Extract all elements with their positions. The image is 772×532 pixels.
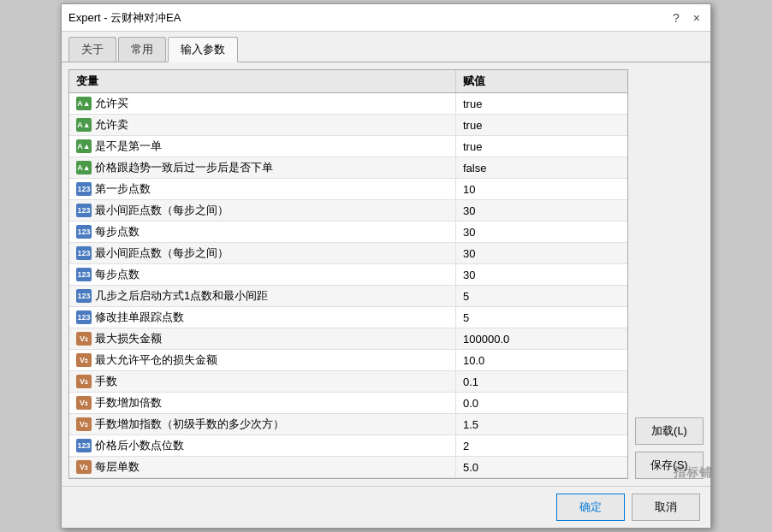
- cell-name: A▲ 是不是第一单: [69, 136, 456, 157]
- cell-value[interactable]: 30: [456, 222, 627, 242]
- table-row[interactable]: V₂ 最大损失金额 100000.0: [69, 328, 627, 350]
- table-row[interactable]: 123 修改挂单跟踪点数 5: [69, 307, 627, 328]
- table-row[interactable]: A▲ 价格跟趋势一致后过一步后是否下单 false: [69, 157, 627, 179]
- table-row[interactable]: V₂ 每层单数 5.0: [69, 457, 627, 478]
- cell-value[interactable]: true: [456, 115, 627, 135]
- num-icon: 123: [76, 225, 92, 239]
- cell-name: V₂ 最大损失金额: [69, 328, 456, 349]
- tab-params[interactable]: 输入参数: [168, 37, 238, 62]
- num-icon: 123: [76, 204, 92, 217]
- cell-value[interactable]: true: [456, 136, 627, 157]
- cell-value[interactable]: false: [456, 157, 627, 178]
- tab-about[interactable]: 关于: [68, 37, 116, 62]
- help-button[interactable]: ?: [669, 12, 683, 24]
- cell-name: A▲ 允许买: [69, 93, 456, 114]
- cell-value[interactable]: 1.5: [456, 414, 627, 434]
- params-table: 变量 赋值 A▲ 允许买 true A▲ 允许卖 true A▲ 是不是第一单 …: [68, 69, 628, 479]
- side-buttons: 加载(L) 保存(S): [635, 69, 704, 479]
- table-body[interactable]: A▲ 允许买 true A▲ 允许卖 true A▲ 是不是第一单 true A…: [69, 93, 627, 478]
- cell-name: 123 每步点数: [69, 222, 456, 242]
- table-row[interactable]: 123 最小间距点数（每步之间） 30: [69, 243, 627, 264]
- num-icon: 123: [76, 246, 92, 260]
- cell-name: 123 最小间距点数（每步之间）: [69, 200, 456, 221]
- cell-value[interactable]: 2: [456, 435, 627, 456]
- num-icon: 123: [76, 310, 92, 324]
- table-row[interactable]: A▲ 允许卖 true: [69, 115, 627, 136]
- window-title: Expert - 云财神对冲EA: [68, 10, 181, 26]
- param-name: 最大损失金额: [95, 331, 162, 346]
- table-row[interactable]: 123 几步之后启动方式1点数和最小间距 5: [69, 286, 627, 307]
- table-row[interactable]: V₂ 手数增加指数（初级手数的多少次方） 1.5: [69, 414, 627, 435]
- cell-value[interactable]: 0.0: [456, 393, 627, 413]
- cell-name: V₂ 最大允许平仓的损失金额: [69, 350, 456, 370]
- val-icon: V₂: [76, 396, 92, 410]
- table-row[interactable]: V₂ 最大允许平仓的损失金额 10.0: [69, 350, 627, 371]
- param-name: 最小间距点数（每步之间）: [95, 245, 229, 261]
- param-name: 允许卖: [95, 117, 128, 133]
- cell-name: A▲ 价格跟趋势一致后过一步后是否下单: [69, 157, 456, 178]
- cell-value[interactable]: 30: [456, 264, 627, 285]
- param-name: 几步之后启动方式1点数和最小间距: [95, 288, 268, 304]
- title-bar: Expert - 云财神对冲EA ? ×: [62, 4, 710, 32]
- bottom-bar: 确定 取消: [62, 486, 710, 528]
- table-row[interactable]: A▲ 允许买 true: [69, 93, 627, 115]
- cell-name: V₂ 手数增加指数（初级手数的多少次方）: [69, 414, 456, 434]
- cell-value[interactable]: 10: [456, 179, 627, 199]
- cell-name: V₂ 每层单数: [69, 457, 456, 477]
- ok-button[interactable]: 确定: [556, 494, 625, 521]
- col-header-name: 变量: [69, 70, 456, 92]
- bool-icon: A▲: [76, 97, 92, 110]
- table-row[interactable]: V₂ 手数 0.1: [69, 371, 627, 393]
- param-name: 价格后小数点位数: [95, 438, 184, 453]
- param-name: 每步点数: [95, 267, 140, 282]
- cell-name: 123 修改挂单跟踪点数: [69, 307, 456, 328]
- cell-value[interactable]: 30: [456, 243, 627, 263]
- content-area: 变量 赋值 A▲ 允许买 true A▲ 允许卖 true A▲ 是不是第一单 …: [62, 62, 710, 486]
- cell-name: 123 几步之后启动方式1点数和最小间距: [69, 286, 456, 306]
- cell-value[interactable]: 30: [456, 200, 627, 221]
- table-row[interactable]: 123 每步点数 30: [69, 222, 627, 243]
- cell-name: A▲ 允许卖: [69, 115, 456, 135]
- tab-common[interactable]: 常用: [118, 37, 166, 62]
- bool-icon: A▲: [76, 139, 92, 153]
- table-row[interactable]: A▲ 是不是第一单 true: [69, 136, 627, 157]
- title-controls: ? ×: [669, 12, 704, 24]
- tab-bar: 关于 常用 输入参数: [62, 32, 710, 62]
- cell-value[interactable]: 0.1: [456, 371, 627, 392]
- table-row[interactable]: 123 每步点数 30: [69, 264, 627, 286]
- cell-value[interactable]: true: [456, 93, 627, 114]
- param-name: 最大允许平仓的损失金额: [95, 352, 217, 368]
- cell-value[interactable]: 5.0: [456, 457, 627, 477]
- col-header-value: 赋值: [456, 70, 627, 92]
- table-row[interactable]: 123 第一步点数 10: [69, 179, 627, 200]
- cell-name: V₂ 手数: [69, 371, 456, 392]
- cell-value[interactable]: 5: [456, 286, 627, 306]
- param-name: 手数增加指数（初级手数的多少次方）: [95, 417, 284, 432]
- val-icon: V₂: [76, 332, 92, 346]
- param-name: 最小间距点数（每步之间）: [95, 203, 229, 218]
- param-name: 是不是第一单: [95, 139, 162, 154]
- cell-name: 123 每步点数: [69, 264, 456, 285]
- table-row[interactable]: 123 最小间距点数（每步之间） 30: [69, 200, 627, 222]
- val-icon: V₂: [76, 417, 92, 431]
- param-name: 修改挂单跟踪点数: [95, 310, 184, 325]
- param-name: 每层单数: [95, 459, 140, 475]
- bool-icon: A▲: [76, 118, 92, 132]
- cell-value[interactable]: 5: [456, 307, 627, 328]
- cancel-button[interactable]: 取消: [632, 494, 700, 521]
- num-icon: 123: [76, 182, 92, 196]
- cell-name: V₂ 手数增加倍数: [69, 393, 456, 413]
- param-name: 手数: [95, 374, 117, 389]
- param-name: 第一步点数: [95, 181, 151, 197]
- table-row[interactable]: 123 价格后小数点位数 2: [69, 435, 627, 457]
- val-icon: V₂: [76, 353, 92, 367]
- cell-value[interactable]: 10.0: [456, 350, 627, 370]
- close-button[interactable]: ×: [690, 12, 704, 24]
- save-button[interactable]: 保存(S): [635, 452, 704, 479]
- num-icon: 123: [76, 439, 92, 452]
- cell-value[interactable]: 100000.0: [456, 328, 627, 349]
- param-name: 每步点数: [95, 224, 140, 239]
- param-name: 手数增加倍数: [95, 395, 162, 411]
- table-row[interactable]: V₂ 手数增加倍数 0.0: [69, 393, 627, 414]
- load-button[interactable]: 加载(L): [635, 417, 704, 445]
